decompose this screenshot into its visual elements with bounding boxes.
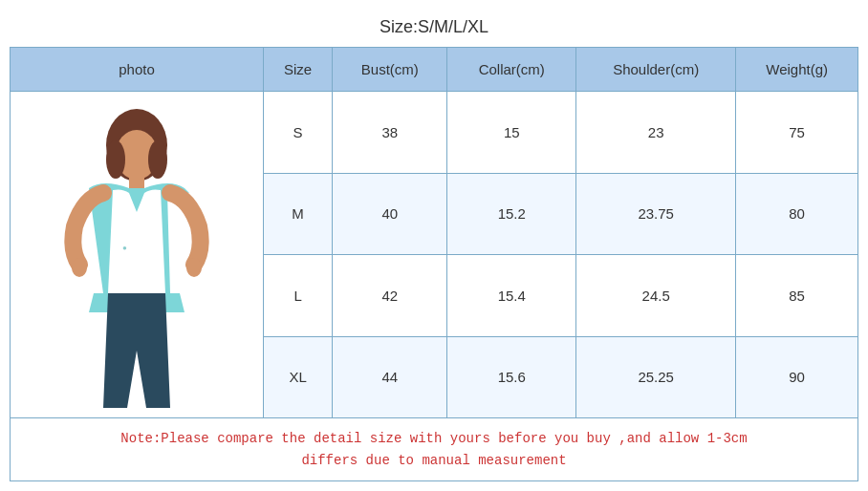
header-photo: photo [11,48,264,92]
size-l: L [264,255,333,337]
bust-s: 38 [333,92,447,174]
header-size: Size [264,48,333,92]
header-collar: Collar(cm) [447,48,576,92]
shoulder-l: 24.5 [576,255,736,337]
bust-l: 42 [333,255,447,337]
collar-s: 15 [447,92,576,174]
weight-s: 75 [736,92,858,174]
shoulder-xl: 25.25 [576,336,736,418]
size-chart-table: photo Size Bust(cm) Collar(cm) Shoulder(… [10,47,858,418]
svg-point-6 [186,258,202,277]
header-shoulder: Shoulder(cm) [576,48,736,92]
page-title: Size:S/M/L/XL [10,10,858,47]
weight-xl: 90 [736,336,858,418]
header-bust: Bust(cm) [333,48,447,92]
size-m: M [264,173,333,255]
collar-m: 15.2 [447,173,576,255]
svg-point-3 [148,140,167,179]
note-text: Note:Please compare the detail size with… [10,417,858,481]
bust-m: 40 [333,173,447,255]
shoulder-m: 23.75 [576,173,736,255]
weight-l: 85 [736,255,858,337]
table-row: ● S 38 15 23 75 [11,92,858,174]
size-s: S [264,92,333,174]
shoulder-s: 23 [576,92,736,174]
svg-point-2 [106,140,125,179]
svg-point-5 [72,258,87,277]
svg-text:●: ● [122,244,127,252]
size-xl: XL [264,336,333,418]
bust-xl: 44 [333,336,447,418]
photo-cell: ● [11,92,264,418]
product-photo: ● [11,92,263,417]
header-weight: Weight(g) [736,48,858,92]
weight-m: 80 [736,173,858,255]
collar-l: 15.4 [447,255,576,337]
collar-xl: 15.6 [447,336,576,418]
